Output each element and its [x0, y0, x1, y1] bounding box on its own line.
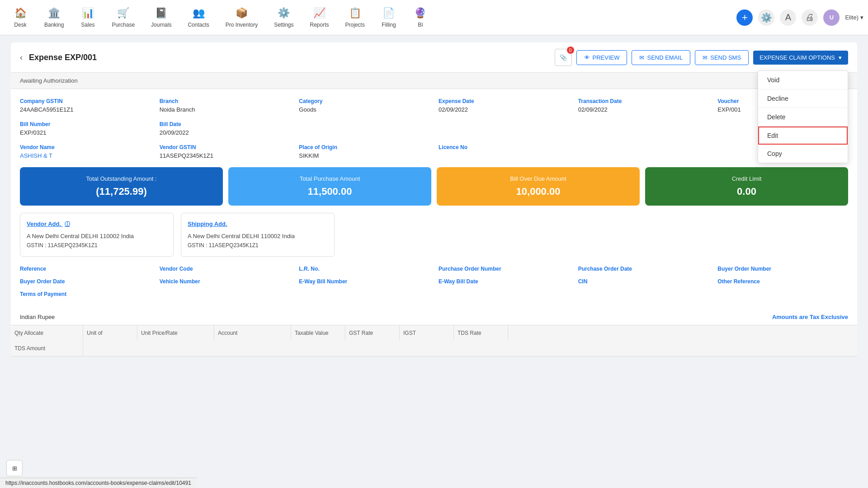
expense-date-field: Expense Date 02/09/2022	[439, 98, 569, 113]
buyer-order-number-field: Buyer Order Number	[717, 266, 848, 272]
total-purchase-card: Total Purchase Amount 11,500.00	[228, 167, 431, 206]
place-of-origin-field: Place of Origin SIKKIM	[299, 144, 429, 159]
category-field: Category Goods	[299, 98, 429, 113]
send-email-button[interactable]: ✉ SEND EMAIL	[632, 50, 690, 65]
dropdown-void[interactable]: Void	[758, 71, 848, 89]
nav-item-sales[interactable]: 📊Sales	[72, 4, 104, 32]
purchase-icon: 🛒	[117, 7, 129, 19]
nav-item-filling[interactable]: 📄Filling	[373, 4, 405, 32]
col-unit-price: Unit Price/Rate	[137, 325, 214, 341]
info-icon: ⓘ	[65, 221, 70, 227]
page-title: Expense EXP/001	[29, 53, 97, 62]
vehicle-number-field: Vehicle Number	[160, 278, 290, 285]
send-sms-button[interactable]: ✉ SEND SMS	[695, 50, 749, 65]
attachment-button[interactable]: 📎 0	[555, 49, 572, 66]
translate-icon[interactable]: A	[780, 9, 796, 26]
dropdown-delete[interactable]: Delete	[758, 108, 848, 127]
banking-icon: 🏛️	[48, 7, 60, 19]
main-content: ‹ Expense EXP/001 📎 0 👁 PREVIEW ✉ SEND E…	[0, 35, 868, 364]
nav-item-banking[interactable]: 🏛️Banking	[36, 4, 72, 32]
contacts-icon: 👥	[193, 7, 205, 19]
transaction-date-field: Transaction Date 02/09/2022	[578, 98, 709, 113]
dropdown-edit[interactable]: Edit	[758, 127, 848, 145]
status-text: Awaiting Authorization	[20, 77, 78, 84]
buyer-order-date-field: Buyer Order Date	[20, 278, 151, 285]
nav-item-pro-inventory[interactable]: 📦Pro Inventory	[217, 4, 266, 32]
preview-button[interactable]: 👁 PREVIEW	[576, 50, 627, 65]
col-tds-rate: TDS Rate	[454, 325, 508, 341]
stats-row: Total Outstanding Amount : (11,725.99) T…	[20, 167, 848, 206]
branch-field: Branch Noida Branch	[160, 98, 290, 113]
plan-label: Elite) ▾	[845, 14, 863, 21]
lower-fields: Reference Vendor Code L.R. No. Purchase …	[20, 266, 848, 285]
vendor-address-link[interactable]: Vendor Add. ⓘ	[27, 220, 167, 229]
bill-overdue-card: Bill Over Due Amount 10,000.00	[437, 167, 640, 206]
col-taxable-value: Taxable Value	[291, 325, 345, 341]
nav-item-projects[interactable]: 📋Projects	[337, 4, 373, 32]
nav-item-purchase[interactable]: 🛒Purchase	[104, 4, 143, 32]
eway-bill-date-field: E-Way Bill Date	[439, 278, 569, 285]
header-left: ‹ Expense EXP/001	[20, 53, 97, 62]
bottom-bar: Indian Rupee Amounts are Tax Exclusive	[11, 309, 857, 325]
currency-label: Indian Rupee	[20, 314, 55, 320]
reference-field: Reference	[20, 266, 151, 272]
fields-row-1: Company GSTIN 24AABCA5951E1Z1 Branch Noi…	[20, 98, 848, 113]
purchase-order-date-field: Purchase Order Date	[578, 266, 709, 272]
nav-item-bi[interactable]: 🔮BI	[405, 4, 436, 32]
settings-icon: ⚙️	[278, 7, 290, 19]
terms-of-payment-field: Terms of Payment	[20, 291, 848, 297]
dropdown-decline[interactable]: Decline	[758, 89, 848, 108]
print-icon[interactable]: 🖨	[802, 9, 818, 26]
vendor-gstin-field: Vendor GSTIN 11ASEPQ2345K1Z1	[160, 144, 290, 159]
shipping-address-card: Shipping Add. A New Delhi Central DELHI …	[181, 213, 335, 257]
col-tds-amount: TDS Amount	[11, 341, 83, 356]
credit-limit-card: Credit Limit 0.00	[645, 167, 848, 206]
address-row: Vendor Add. ⓘ A New Delhi Central DELHI …	[20, 213, 848, 257]
vendor-address-card: Vendor Add. ⓘ A New Delhi Central DELHI …	[20, 213, 174, 257]
sales-icon: 📊	[82, 7, 94, 19]
vendor-code-field: Vendor Code	[160, 266, 290, 272]
bill-date-field: Bill Date 20/09/2022	[160, 121, 290, 136]
projects-icon: 📋	[349, 7, 361, 19]
attachment-badge: 0	[567, 47, 574, 54]
avatar[interactable]: U	[823, 9, 840, 26]
nav-item-contacts[interactable]: 👥Contacts	[179, 4, 217, 32]
nav-right-actions: + ⚙️ A 🖨 U Elite) ▾	[736, 9, 863, 26]
nav-menu: 🏠Desk🏛️Banking📊Sales🛒Purchase📓Journals👥C…	[5, 4, 736, 32]
lr-no-field: L.R. No.	[299, 266, 429, 272]
settings-icon[interactable]: ⚙️	[758, 9, 774, 26]
table-section: Qty Allocate Unit of Unit Price/Rate Acc…	[11, 325, 857, 357]
shipping-address-link[interactable]: Shipping Add.	[188, 220, 328, 229]
col-unit-of: Unit of	[83, 325, 137, 341]
dropdown-arrow-icon: ▾	[839, 54, 842, 61]
other-reference-field: Other Reference	[717, 278, 848, 285]
sms-icon: ✉	[703, 54, 708, 61]
status-bar: Awaiting Authorization	[11, 73, 857, 89]
eway-bill-number-field: E-Way Bill Number	[299, 278, 429, 285]
attachment-icon: 📎	[560, 54, 567, 61]
col-igst: IGST	[400, 325, 454, 341]
back-button[interactable]: ‹	[20, 53, 23, 62]
col-qty-allocate: Qty Allocate	[11, 325, 83, 341]
pro-inventory-icon: 📦	[236, 7, 248, 19]
desk-icon: 🏠	[14, 7, 27, 19]
nav-item-desk[interactable]: 🏠Desk	[5, 4, 36, 32]
preview-icon: 👁	[584, 54, 590, 61]
col-gst-rate: GST Rate	[345, 325, 400, 341]
nav-item-journals[interactable]: 📓Journals	[143, 4, 179, 32]
vendor-name-field: Vendor Name ASHISH & T	[20, 144, 151, 159]
nav-item-reports[interactable]: 📈Reports	[302, 4, 337, 32]
bi-icon: 🔮	[414, 7, 426, 19]
add-new-button[interactable]: +	[736, 9, 753, 26]
expense-claim-options-button[interactable]: EXPENSE CLAIM OPTIONS ▾	[753, 51, 848, 65]
col-account: Account	[214, 325, 291, 341]
bill-number-field: Bill Number EXP/0321	[20, 121, 151, 136]
total-outstanding-card: Total Outstanding Amount : (11,725.99)	[20, 167, 223, 206]
dropdown-copy[interactable]: Copy	[758, 145, 848, 163]
nav-item-settings[interactable]: ⚙️Settings	[266, 4, 302, 32]
top-navigation: 🏠Desk🏛️Banking📊Sales🛒Purchase📓Journals👥C…	[0, 0, 868, 35]
header-right: 📎 0 👁 PREVIEW ✉ SEND EMAIL ✉ SEND SMS EX…	[555, 49, 849, 66]
purchase-order-number-field: Purchase Order Number	[439, 266, 569, 272]
licence-no-field: Licence No	[439, 144, 569, 159]
table-header: Qty Allocate Unit of Unit Price/Rate Acc…	[11, 325, 857, 357]
